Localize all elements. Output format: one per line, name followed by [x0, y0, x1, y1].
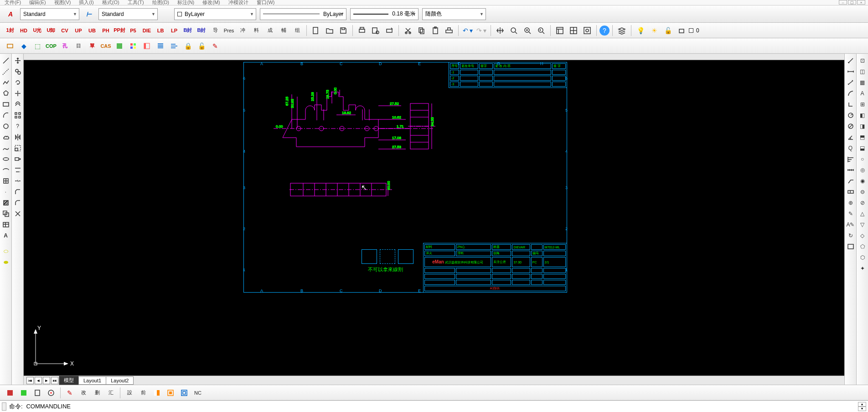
stretch-icon[interactable]: [13, 154, 23, 164]
r2-0[interactable]: ⊡: [858, 56, 868, 66]
btn-lb[interactable]: LB: [154, 24, 167, 37]
btn-bf2[interactable]: B封: [195, 24, 208, 37]
save-icon[interactable]: [337, 24, 350, 37]
tb2-11[interactable]: [154, 40, 167, 52]
tb2-lock[interactable]: 🔒: [181, 40, 194, 52]
tab-next[interactable]: ►: [43, 377, 50, 384]
lineweight-combo[interactable]: 0.18 毫米▼: [350, 8, 418, 20]
dimang-icon[interactable]: [846, 132, 856, 142]
ddedit-1-icon[interactable]: ⬭: [1, 246, 11, 256]
qdim-icon[interactable]: Q: [846, 143, 856, 153]
tb2-dan[interactable]: 單: [86, 40, 98, 52]
tab-model[interactable]: 模型: [59, 376, 79, 385]
menu-format[interactable]: 格式(O): [102, 0, 119, 6]
bb-nc[interactable]: NC: [191, 386, 204, 399]
break-icon[interactable]: [13, 176, 23, 186]
dimstyle-combo[interactable]: Standard▼: [98, 8, 158, 20]
dimlinear-icon[interactable]: [846, 67, 856, 77]
spline-icon[interactable]: [1, 143, 11, 153]
line-icon[interactable]: [1, 56, 11, 66]
array-icon[interactable]: [13, 110, 23, 120]
btn-fu[interactable]: 輔: [277, 24, 290, 37]
r2-8[interactable]: ⬓: [858, 143, 868, 153]
text-icon[interactable]: A: [1, 231, 11, 241]
props-icon[interactable]: [553, 24, 566, 37]
btn-dao[interactable]: 导: [209, 24, 222, 37]
bb-12[interactable]: [150, 386, 163, 399]
chamfer-icon[interactable]: [13, 187, 23, 197]
dcenter-icon[interactable]: [567, 24, 580, 37]
offset-icon[interactable]: [13, 99, 23, 109]
tb2-unlock[interactable]: 🔓: [195, 40, 208, 52]
btn-pres[interactable]: Pres: [222, 24, 235, 37]
ddedit-2-icon[interactable]: ⬬: [1, 257, 11, 267]
dimord-icon[interactable]: [846, 99, 856, 109]
r2-7[interactable]: ⬒: [858, 132, 868, 142]
dimcenter-icon[interactable]: ⊕: [846, 198, 856, 208]
preview-icon[interactable]: [369, 24, 382, 37]
bb-0[interactable]: [4, 386, 16, 399]
bb-3[interactable]: [45, 386, 57, 399]
bb-gai[interactable]: 改: [77, 386, 90, 399]
maximize-button[interactable]: ▢: [848, 0, 856, 5]
lock-icon[interactable]: 🔓: [661, 24, 674, 37]
close-button[interactable]: ×: [857, 0, 865, 5]
dimalign-icon[interactable]: [846, 77, 856, 88]
plot-layer-icon[interactable]: [675, 24, 688, 37]
layer-combo[interactable]: ByLayer▼: [174, 8, 256, 20]
btn-chong[interactable]: 冲: [236, 24, 249, 37]
pan-icon[interactable]: [494, 24, 506, 37]
btn-ug[interactable]: U光: [31, 24, 44, 37]
tb2-8[interactable]: [113, 40, 126, 52]
table-icon[interactable]: [1, 220, 11, 230]
new-icon[interactable]: [310, 24, 322, 37]
linetype-combo[interactable]: ByLayer▼: [260, 8, 346, 20]
menu-die[interactable]: 冲模设计: [228, 0, 248, 6]
print-icon[interactable]: [356, 24, 368, 37]
color-combo[interactable]: 随颜色▼: [422, 8, 486, 20]
r2-13[interactable]: ⊘: [858, 198, 868, 208]
revcloud-icon[interactable]: [1, 132, 11, 142]
circle-icon[interactable]: [1, 121, 11, 131]
btn-1f[interactable]: 1封: [4, 24, 16, 37]
bb-edit[interactable]: ✎: [63, 386, 76, 399]
copy2-icon[interactable]: [13, 67, 23, 77]
tab-layout1[interactable]: Layout1: [78, 376, 106, 385]
polygon-icon[interactable]: [1, 88, 11, 98]
menu-window[interactable]: 窗口(W): [257, 0, 275, 6]
cut-icon[interactable]: [402, 24, 414, 37]
bb-qian[interactable]: 前: [137, 386, 150, 399]
region-icon[interactable]: [1, 209, 11, 219]
btn-up[interactable]: UP: [72, 24, 85, 37]
bb-she[interactable]: 設: [123, 386, 136, 399]
tb2-12[interactable]: [168, 40, 181, 52]
r2-19[interactable]: ✦: [858, 263, 868, 273]
menu-modify[interactable]: 修改(M): [202, 0, 220, 6]
sun-icon[interactable]: ☀: [648, 24, 661, 37]
tb2-cop[interactable]: COP: [45, 40, 57, 52]
menu-draw[interactable]: 绘图(D): [152, 0, 169, 6]
drawing-canvas[interactable]: A B C D E F G H A B C D E 6 5 4 3 2 1: [24, 60, 844, 376]
tb2-cas[interactable]: CAS: [99, 40, 112, 52]
move-icon[interactable]: [13, 56, 23, 66]
bb-1[interactable]: [17, 386, 30, 399]
btn-zu[interactable]: 组: [291, 24, 304, 37]
cmd-scroll[interactable]: ▲▼: [858, 402, 866, 411]
bb-hui[interactable]: 汇: [104, 386, 117, 399]
tab-last[interactable]: ⏭: [51, 377, 58, 384]
copy-icon[interactable]: [415, 24, 428, 37]
r2-10[interactable]: ◎: [858, 165, 868, 175]
hatch-icon[interactable]: [1, 198, 11, 208]
bb-2[interactable]: [31, 386, 44, 399]
dimcont-icon[interactable]: [846, 165, 856, 175]
ellipsearc-icon[interactable]: [1, 165, 11, 175]
match-icon[interactable]: [443, 24, 455, 37]
dimstylemgr-icon[interactable]: [846, 242, 856, 252]
r2-15[interactable]: ▽: [858, 220, 868, 230]
btn-ux[interactable]: U卸: [45, 24, 57, 37]
r2-1[interactable]: ◫: [858, 67, 868, 77]
btn-ub[interactable]: UB: [86, 24, 98, 37]
toolpal-icon[interactable]: [581, 24, 594, 37]
r2-16[interactable]: ◇: [858, 231, 868, 241]
btn-liao[interactable]: 料: [250, 24, 263, 37]
